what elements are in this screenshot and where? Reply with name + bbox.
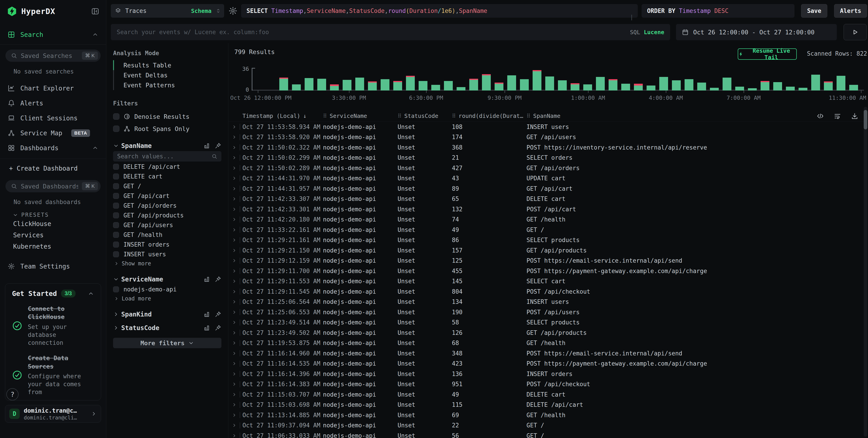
checkbox[interactable] [113,174,119,179]
expand-row-button[interactable] [228,122,240,132]
expand-row-button[interactable] [228,431,240,438]
chart-icon[interactable] [203,276,210,283]
expand-row-button[interactable] [228,400,240,410]
filter-group-spankind[interactable]: SpanKind [113,309,221,319]
filter-value-row[interactable]: GET / [113,181,221,191]
checkbox[interactable] [113,164,119,170]
expand-row-button[interactable] [228,410,240,420]
table-row[interactable]: Oct 27 11:16:14.960 AMnodejs-demo-apiUns… [228,348,868,358]
saved-dashboards-input[interactable]: Saved Dashboards ⌘ K [5,180,101,192]
histogram-plot[interactable]: 360Oct 26 12:00:00 PM3:30:00 PM6:30:00 P… [252,60,864,110]
results-histogram[interactable]: 360Oct 26 12:00:00 PM3:30:00 PM6:30:00 P… [228,60,868,110]
filter-value-row[interactable]: GET /api/users [113,221,221,230]
expand-row-button[interactable] [228,266,240,276]
checkbox[interactable] [113,212,119,218]
expand-row-button[interactable] [228,369,240,379]
sidebar-item-search[interactable]: Search [0,28,106,41]
preset-kubernetes[interactable]: Kubernetes [0,241,106,252]
source-settings-icon[interactable] [228,6,238,16]
expand-row-button[interactable] [228,204,240,214]
column-header-5[interactable]: ⠿SpanName [521,113,868,119]
table-row[interactable]: Oct 27 11:53:58.920 AMnodejs-demo-apiUns… [228,132,868,143]
expand-row-button[interactable] [228,389,240,400]
filter-value-row[interactable]: nodejs-demo-api [113,285,221,294]
table-row[interactable]: Oct 27 11:53:58.934 AMnodejs-demo-apiUns… [228,122,868,132]
filter-group-servicename[interactable]: ServiceName [113,274,221,284]
filter-value-row[interactable]: GET /api/orders [113,201,221,210]
resume-live-tail-button[interactable]: Resume Live Tail [738,49,797,60]
column-header-3[interactable]: ⠿StatusCode [392,113,446,119]
expand-row-button[interactable] [228,225,240,235]
sidebar-item-dashboards[interactable]: Dashboards [0,141,106,155]
expand-row-button[interactable] [228,235,240,245]
table-row[interactable]: Oct 27 11:44:31.957 AMnodejs-demo-apiUns… [228,183,868,194]
table-row[interactable]: Oct 27 11:16:14.396 AMnodejs-demo-apiUns… [228,369,868,379]
expand-row-button[interactable] [228,358,240,369]
get-started-item[interactable]: Connect to ClickHouseSet up your databas… [12,305,94,347]
expand-row-button[interactable] [228,142,240,153]
date-range-picker[interactable]: Oct 26 12:00:00 - Oct 27 12:00:00 [676,24,837,40]
alerts-button[interactable]: Alerts [834,4,867,18]
save-button[interactable]: Save [801,4,827,18]
search-input[interactable]: Search your events w/ Lucene ex. column:… [111,24,670,40]
get-started-item[interactable]: Create Data SourcesConfigure where your … [12,354,94,396]
expand-row-button[interactable] [228,328,240,338]
create-dashboard-button[interactable]: + Create Dashboard [0,162,106,175]
pin-icon[interactable] [215,276,221,283]
table-row[interactable]: Oct 27 11:33:22.161 AMnodejs-demo-apiUns… [228,225,868,235]
expand-row-button[interactable] [228,183,240,194]
table-row[interactable]: Oct 27 11:29:11.545 AMnodejs-demo-apiUns… [228,286,868,297]
run-query-button[interactable] [844,24,867,40]
show-more-link[interactable]: Show more [113,259,221,268]
expand-row-button[interactable] [228,214,240,225]
expand-row-button[interactable] [228,307,240,317]
expand-row-button[interactable] [228,245,240,256]
filter-value-row[interactable]: DELETE cart [113,172,221,181]
table-row[interactable]: Oct 27 11:16:14.383 AMnodejs-demo-apiUns… [228,379,868,389]
checkbox[interactable] [113,251,119,257]
table-row[interactable]: Oct 27 11:25:06.553 AMnodejs-demo-apiUns… [228,307,868,317]
select-query-input[interactable]: SELECT Timestamp,ServiceName,StatusCode,… [241,4,638,18]
table-row[interactable]: Oct 27 11:50:02.289 AMnodejs-demo-apiUns… [228,163,868,173]
download-icon[interactable] [851,112,859,120]
table-row[interactable]: Oct 27 11:50:02.322 AMnodejs-demo-apiUns… [228,142,868,153]
expand-row-button[interactable] [228,420,240,431]
filter-toggle-root-spans-only[interactable]: Root Spans Only [113,123,221,135]
table-row[interactable]: Oct 27 11:50:02.299 AMnodejs-demo-apiUns… [228,153,868,163]
lucene-toggle[interactable]: Lucene [644,29,664,35]
expand-row-button[interactable] [228,286,240,297]
more-filters-button[interactable]: More filters [113,338,221,348]
sidebar-item-team-settings[interactable]: Team Settings [0,259,106,274]
pin-icon[interactable] [215,324,221,331]
table-row[interactable]: Oct 27 11:15:03.707 AMnodejs-demo-apiUns… [228,389,868,400]
expand-row-button[interactable] [228,194,240,204]
filter-value-row[interactable]: DELETE /api/cart [113,162,221,171]
chart-icon[interactable] [203,142,210,149]
expand-row-button[interactable] [228,379,240,389]
drag-handle-icon[interactable]: ⠿ [398,113,402,119]
checkbox[interactable] [113,183,119,189]
checkbox[interactable] [113,242,119,247]
table-row[interactable]: Oct 27 11:25:06.564 AMnodejs-demo-apiUns… [228,297,868,307]
expand-row-button[interactable] [228,132,240,143]
get-started-header[interactable]: Get Started 3/3 [12,290,94,297]
column-header-1[interactable]: Timestamp (Local)↓ [240,113,317,119]
collapse-sidebar-icon[interactable] [91,7,99,16]
user-menu[interactable]: D dominic.tran@c… dominic.tran@cli… [5,405,101,422]
sidebar-item-service-map[interactable]: Service MapBETA [0,125,106,141]
help-button[interactable]: ? [6,388,19,401]
filter-value-search-input[interactable]: Search values... [113,151,221,162]
table-row[interactable]: Oct 27 11:44:31.970 AMnodejs-demo-apiUns… [228,173,868,184]
sidebar-item-client-sessions[interactable]: Client Sessions [0,111,106,125]
table-row[interactable]: Oct 27 11:42:33.307 AMnodejs-demo-apiUns… [228,194,868,204]
table-row[interactable]: Oct 27 11:29:21.150 AMnodejs-demo-apiUns… [228,245,868,256]
wrap-lines-icon[interactable] [834,112,841,120]
expand-row-button[interactable] [228,348,240,358]
checkbox[interactable] [113,125,119,132]
filter-value-row[interactable]: INSERT users [113,250,221,259]
table-row[interactable]: Oct 27 11:23:49.502 AMnodejs-demo-apiUns… [228,328,868,338]
table-row[interactable]: Oct 27 11:29:12.159 AMnodejs-demo-apiUns… [228,256,868,266]
checkbox[interactable] [113,222,119,228]
filter-value-row[interactable]: GET /health [113,230,221,239]
sidebar-item-alerts[interactable]: Alerts [0,96,106,111]
